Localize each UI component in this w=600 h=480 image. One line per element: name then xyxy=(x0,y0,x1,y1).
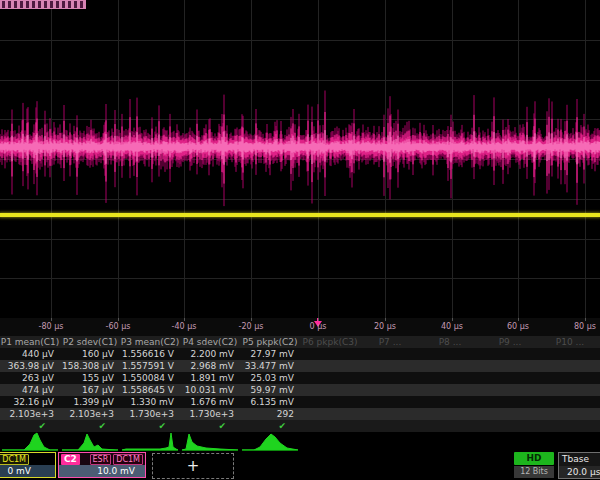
param-min: 263 μV xyxy=(0,372,60,384)
param-value xyxy=(300,348,360,360)
param-header-p6[interactable]: P6 pkpk(C3) xyxy=(300,336,360,348)
param-header-p8[interactable]: P8 ... xyxy=(420,336,480,348)
c2-coupling-badge: DC1M xyxy=(113,454,143,465)
param-num: 1.730e+3 xyxy=(180,408,240,420)
param-num xyxy=(420,408,480,420)
param-min xyxy=(420,372,480,384)
axis-tick-label: -80 μs xyxy=(39,322,64,331)
param-max xyxy=(360,384,420,396)
axis-tickmark xyxy=(385,318,386,321)
param-num: 1.730e+3 xyxy=(120,408,180,420)
param-value xyxy=(360,348,420,360)
param-value: 27.97 mV xyxy=(240,348,300,360)
axis-tickmark xyxy=(585,318,586,321)
add-trace-button[interactable]: + xyxy=(152,453,234,479)
param-num xyxy=(540,408,600,420)
param-header-p2[interactable]: P2 sdev(C1) xyxy=(60,336,120,348)
param-mean xyxy=(480,360,540,372)
timebase-value: 20.0 μs xyxy=(559,466,600,478)
param-sdev xyxy=(480,396,540,408)
axis-tick-label: -20 μs xyxy=(239,322,264,331)
axis-tickmark xyxy=(452,318,453,321)
param-num: 292 xyxy=(240,408,300,420)
param-min xyxy=(360,372,420,384)
timebase-descriptor[interactable]: Tbase 20.0 μs xyxy=(558,452,600,479)
param-header-p1[interactable]: P1 mean(C1) xyxy=(0,336,60,348)
hd-mode-badge[interactable]: HD xyxy=(514,452,554,465)
measurement-histicons xyxy=(0,431,600,452)
axis-tickmark xyxy=(318,318,319,321)
param-sdev xyxy=(360,396,420,408)
param-header-p5[interactable]: P5 pkpk(C2) xyxy=(240,336,300,348)
param-max: 10.031 mV xyxy=(180,384,240,396)
oscilloscope-screen: -100 μs-80 μs-60 μs-40 μs-20 μs0 μs20 μs… xyxy=(0,0,600,480)
param-num xyxy=(300,408,360,420)
plus-icon: + xyxy=(187,457,200,475)
c2-esr-badge: ESR xyxy=(90,454,112,465)
param-mean: 2.968 mV xyxy=(180,360,240,372)
axis-tickmark xyxy=(251,318,252,321)
param-num xyxy=(480,408,540,420)
param-max: 59.97 mV xyxy=(240,384,300,396)
param-mean xyxy=(540,360,600,372)
param-value xyxy=(480,348,540,360)
hd-bits-label: 12 Bits xyxy=(514,466,554,478)
param-max xyxy=(300,384,360,396)
param-min: 155 μV xyxy=(60,372,120,384)
c2-channel-badge: C2 xyxy=(61,454,80,465)
param-header-p3[interactable]: P3 mean(C2) xyxy=(120,336,180,348)
param-min: 1.550084 V xyxy=(120,372,180,384)
axis-tickmark xyxy=(118,318,119,321)
channel-c1-descriptor[interactable]: DC1M 0 mV xyxy=(0,452,56,478)
c2-noise-trace xyxy=(0,0,600,318)
c1-flat-trace xyxy=(0,213,600,217)
axis-tick-label: -40 μs xyxy=(172,322,197,331)
param-mean xyxy=(360,360,420,372)
histicon-p5[interactable] xyxy=(240,431,300,452)
histicon-p4[interactable] xyxy=(180,431,240,452)
param-sdev xyxy=(420,396,480,408)
param-value xyxy=(540,348,600,360)
histicon-p1[interactable] xyxy=(0,431,60,452)
axis-tickmark xyxy=(518,318,519,321)
param-header-p4[interactable]: P4 sdev(C2) xyxy=(180,336,240,348)
param-min: 1.891 mV xyxy=(180,372,240,384)
param-value: 1.556616 V xyxy=(120,348,180,360)
waveform-plot[interactable] xyxy=(0,0,600,319)
param-max xyxy=(420,384,480,396)
param-mean: 363.98 μV xyxy=(0,360,60,372)
param-header-p9[interactable]: P9 ... xyxy=(480,336,540,348)
param-sdev: 6.135 mV xyxy=(240,396,300,408)
axis-tickmark xyxy=(51,318,52,321)
param-sdev xyxy=(540,396,600,408)
axis-tick-label: 60 μs xyxy=(507,322,529,331)
c1-vdiv-value: 0 mV xyxy=(0,465,55,477)
param-max: 1.558645 V xyxy=(120,384,180,396)
bottom-bar: DC1M 0 mV C2 ESR DC1M 10.0 mV + HD 12 Bi… xyxy=(0,452,600,480)
param-mean xyxy=(420,360,480,372)
param-max xyxy=(540,384,600,396)
channel-c2-descriptor[interactable]: C2 ESR DC1M 10.0 mV xyxy=(58,452,146,478)
param-min xyxy=(480,372,540,384)
param-mean: 1.557591 V xyxy=(120,360,180,372)
c2-vdiv-value: 10.0 mV xyxy=(59,465,145,477)
c1-coupling-badge: DC1M xyxy=(0,454,29,465)
histicon-p3[interactable] xyxy=(120,431,180,452)
axis-tick-label: -60 μs xyxy=(106,322,131,331)
axis-tick-label: 80 μs xyxy=(574,322,596,331)
param-header-p7[interactable]: P7 ... xyxy=(360,336,420,348)
histicon-p2[interactable] xyxy=(60,431,120,452)
param-max: 474 μV xyxy=(0,384,60,396)
param-sdev: 1.399 μV xyxy=(60,396,120,408)
measurement-table: P1 mean(C1)P2 sdev(C1)P3 mean(C2)P4 sdev… xyxy=(0,336,600,431)
param-max xyxy=(480,384,540,396)
time-axis: -100 μs-80 μs-60 μs-40 μs-20 μs0 μs20 μs… xyxy=(0,318,600,337)
param-value xyxy=(420,348,480,360)
param-sdev: 32.16 μV xyxy=(0,396,60,408)
c2-trace-label-badge xyxy=(0,0,86,9)
param-min xyxy=(540,372,600,384)
param-max: 167 μV xyxy=(60,384,120,396)
param-value: 160 μV xyxy=(60,348,120,360)
param-mean: 33.477 mV xyxy=(240,360,300,372)
param-header-p10[interactable]: P10 ... xyxy=(540,336,600,348)
